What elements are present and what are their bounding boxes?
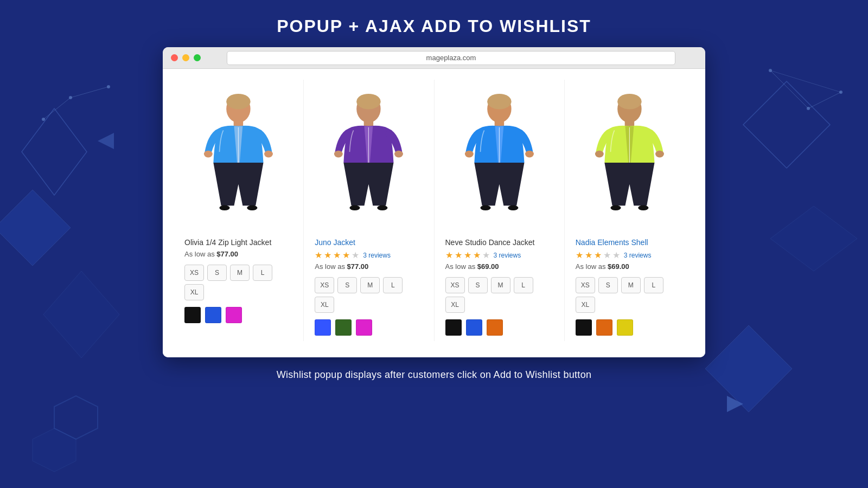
svg-marker-3 bbox=[743, 81, 830, 168]
svg-point-6 bbox=[769, 69, 772, 72]
product-image bbox=[445, 85, 553, 232]
svg-point-27 bbox=[220, 206, 230, 211]
svg-point-49 bbox=[595, 151, 604, 158]
svg-point-51 bbox=[610, 206, 621, 211]
star-3: ★ bbox=[464, 250, 471, 260]
star-4: ★ bbox=[342, 250, 350, 260]
size-btn-s[interactable]: S bbox=[598, 277, 618, 293]
svg-line-10 bbox=[808, 92, 841, 108]
svg-point-12 bbox=[69, 96, 72, 99]
product-sizes: XSSMLXL bbox=[315, 277, 423, 313]
svg-line-15 bbox=[71, 87, 108, 98]
product-card-p2: Juno Jacket ★★★★★3 reviews As low as $77… bbox=[304, 80, 434, 341]
product-name[interactable]: Nadia Elements Shell bbox=[576, 238, 684, 247]
browser-window: mageplaza.com Olivia 1/ bbox=[163, 47, 705, 357]
reviews-link[interactable]: 3 reviews bbox=[624, 252, 652, 259]
browser-url-bar[interactable]: mageplaza.com bbox=[227, 51, 675, 65]
product-image bbox=[184, 85, 292, 232]
size-btn-m[interactable]: M bbox=[491, 277, 510, 293]
color-swatch-1[interactable] bbox=[596, 319, 612, 336]
product-image bbox=[315, 85, 423, 232]
product-price: As low as $69.00 bbox=[445, 262, 553, 271]
product-stars: ★★★★★3 reviews bbox=[315, 250, 423, 260]
size-btn-xs[interactable]: XS bbox=[445, 277, 465, 293]
color-swatch-1[interactable] bbox=[466, 319, 482, 336]
reviews-link[interactable]: 3 reviews bbox=[494, 252, 521, 259]
product-sizes: XSSMLXL bbox=[184, 265, 292, 300]
size-btn-xl[interactable]: XL bbox=[445, 297, 465, 313]
star-5: ★ bbox=[352, 250, 359, 260]
product-sizes: XSSMLXL bbox=[445, 277, 553, 313]
reviews-link[interactable]: 3 reviews bbox=[363, 252, 391, 259]
product-stars: ★★★★★3 reviews bbox=[576, 250, 684, 260]
color-swatch-0[interactable] bbox=[576, 319, 592, 336]
svg-point-33 bbox=[334, 151, 343, 158]
size-btn-s[interactable]: S bbox=[337, 277, 357, 293]
svg-marker-4 bbox=[770, 206, 857, 271]
page-subtitle: Wishlist popup displays after customers … bbox=[277, 369, 592, 381]
svg-point-43 bbox=[480, 206, 490, 211]
svg-point-7 bbox=[807, 107, 810, 110]
size-btn-m[interactable]: M bbox=[621, 277, 641, 293]
product-name[interactable]: Juno Jacket bbox=[315, 238, 423, 247]
product-colors bbox=[576, 319, 684, 336]
browser-close-dot[interactable] bbox=[171, 54, 178, 61]
star-2: ★ bbox=[455, 250, 462, 260]
browser-minimize-dot[interactable] bbox=[182, 54, 189, 61]
size-btn-l[interactable]: L bbox=[253, 265, 272, 281]
color-swatch-0[interactable] bbox=[184, 307, 201, 323]
svg-point-28 bbox=[247, 206, 258, 211]
star-5: ★ bbox=[482, 250, 490, 260]
product-card-p4: Nadia Elements Shell ★★★★★3 reviews As l… bbox=[565, 80, 694, 341]
size-btn-xl[interactable]: XL bbox=[576, 297, 595, 313]
size-btn-s[interactable]: S bbox=[468, 277, 488, 293]
size-btn-s[interactable]: S bbox=[207, 265, 227, 281]
star-1: ★ bbox=[445, 250, 453, 260]
svg-point-35 bbox=[350, 206, 360, 211]
color-swatch-0[interactable] bbox=[445, 319, 462, 336]
svg-point-30 bbox=[357, 94, 381, 110]
size-btn-xl[interactable]: XL bbox=[315, 297, 334, 313]
color-swatch-2[interactable] bbox=[617, 319, 633, 336]
color-swatch-2[interactable] bbox=[356, 319, 372, 336]
svg-point-50 bbox=[655, 151, 664, 158]
product-price: As low as $77.00 bbox=[315, 262, 423, 271]
svg-point-44 bbox=[508, 206, 518, 211]
star-4: ★ bbox=[473, 250, 481, 260]
color-swatch-1[interactable] bbox=[335, 319, 352, 336]
browser-bar: mageplaza.com bbox=[163, 47, 705, 69]
svg-point-22 bbox=[226, 94, 250, 110]
page-title: POPUP + AJAX ADD TO WISHLIST bbox=[277, 16, 591, 36]
size-btn-xs[interactable]: XS bbox=[184, 265, 204, 281]
product-colors bbox=[184, 307, 292, 323]
star-4: ★ bbox=[603, 250, 611, 260]
star-2: ★ bbox=[585, 250, 592, 260]
star-3: ★ bbox=[594, 250, 602, 260]
svg-point-41 bbox=[465, 151, 474, 158]
color-swatch-1[interactable] bbox=[205, 307, 221, 323]
size-btn-xs[interactable]: XS bbox=[576, 277, 595, 293]
color-swatch-0[interactable] bbox=[315, 319, 331, 336]
product-price: As low as $77.00 bbox=[184, 250, 292, 258]
browser-maximize-dot[interactable] bbox=[194, 54, 201, 61]
svg-line-11 bbox=[770, 70, 841, 92]
size-btn-xs[interactable]: XS bbox=[315, 277, 334, 293]
size-btn-m[interactable]: M bbox=[230, 265, 250, 281]
product-sizes: XSSMLXL bbox=[576, 277, 684, 313]
size-btn-m[interactable]: M bbox=[360, 277, 380, 293]
size-btn-l[interactable]: L bbox=[644, 277, 663, 293]
size-btn-l[interactable]: L bbox=[383, 277, 403, 293]
size-btn-l[interactable]: L bbox=[514, 277, 533, 293]
product-card-p1: Olivia 1/4 Zip Light Jacket As low as $7… bbox=[174, 80, 304, 341]
product-colors bbox=[315, 319, 423, 336]
color-swatch-2[interactable] bbox=[487, 319, 503, 336]
size-btn-xl[interactable]: XL bbox=[184, 284, 204, 300]
svg-point-36 bbox=[378, 206, 388, 211]
svg-marker-5 bbox=[705, 325, 792, 412]
svg-marker-1 bbox=[0, 190, 71, 266]
svg-point-42 bbox=[525, 151, 534, 158]
color-swatch-2[interactable] bbox=[226, 307, 242, 323]
star-2: ★ bbox=[324, 250, 331, 260]
svg-point-38 bbox=[487, 94, 511, 110]
product-colors bbox=[445, 319, 553, 336]
